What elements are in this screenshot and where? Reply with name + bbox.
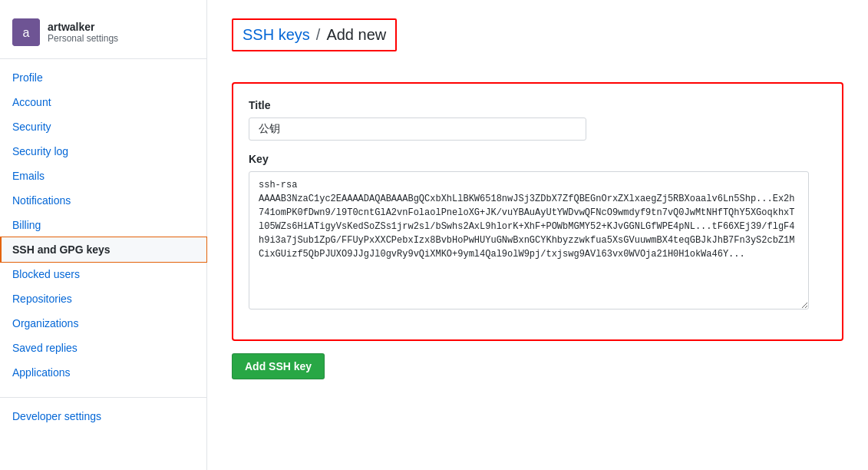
add-ssh-key-form: Title Key ssh-rsa AAAAB3NzaC1yc2EAAAADAQ… [232,82,843,341]
sidebar-item-blocked-users[interactable]: Blocked users [0,262,206,286]
title-label: Title [249,99,827,111]
breadcrumb-separator: / [316,26,321,44]
user-info: artwalker Personal settings [48,21,118,44]
breadcrumb-link[interactable]: SSH keys [243,26,310,44]
username: artwalker [48,21,118,33]
sidebar-item-security[interactable]: Security [0,114,206,139]
key-group: Key ssh-rsa AAAAB3NzaC1yc2EAAAADAQABAAAB… [249,153,827,312]
sidebar-item-profile[interactable]: Profile [0,65,206,90]
page-title: Add new [326,26,386,44]
sidebar-item-repositories[interactable]: Repositories [0,286,206,311]
sidebar-item-developer-settings[interactable]: Developer settings [0,404,206,429]
svg-text:a: a [23,26,30,39]
title-group: Title [249,99,827,141]
sidebar-nav: Profile Account Security Security log Em… [0,65,206,429]
sidebar-item-notifications[interactable]: Notifications [0,188,206,213]
sidebar-item-account[interactable]: Account [0,90,206,114]
user-profile-section: a artwalker Personal settings [0,12,206,59]
sidebar-item-saved-replies[interactable]: Saved replies [0,336,206,360]
sidebar-item-applications[interactable]: Applications [0,360,206,385]
user-subtitle: Personal settings [48,33,118,44]
sidebar-item-security-log[interactable]: Security log [0,139,206,164]
key-textarea[interactable]: ssh-rsa AAAAB3NzaC1yc2EAAAADAQABAAABgQCx… [249,171,809,309]
avatar: a [12,18,40,46]
sidebar-item-emails[interactable]: Emails [0,164,206,188]
sidebar-item-organizations[interactable]: Organizations [0,311,206,336]
sidebar: a artwalker Personal settings Profile Ac… [0,0,207,470]
page-breadcrumb: SSH keys / Add new [232,18,397,51]
key-label: Key [249,153,827,165]
sidebar-item-billing[interactable]: Billing [0,213,206,237]
title-input[interactable] [249,118,586,141]
add-ssh-key-button[interactable]: Add SSH key [232,353,325,379]
main-content: SSH keys / Add new Title Key ssh-rsa AAA… [207,0,868,470]
page-header-wrapper: SSH keys / Add new [232,18,843,67]
sidebar-bottom-section: Developer settings [0,397,206,429]
sidebar-item-ssh-gpg-keys[interactable]: SSH and GPG keys [0,237,206,262]
